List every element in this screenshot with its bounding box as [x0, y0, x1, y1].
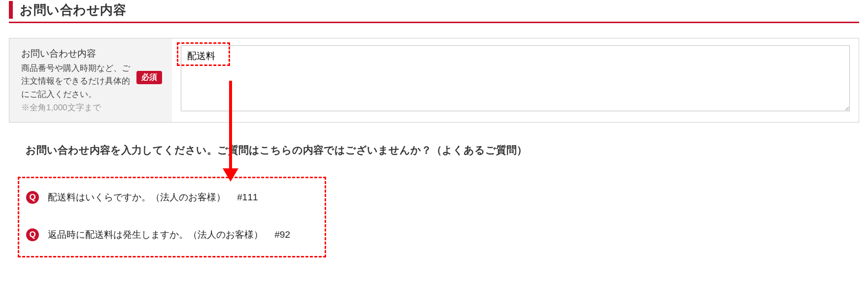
inquiry-label-cell: お問い合わせ内容 商品番号や購入時期など、ご注文情報をできるだけ具体的にご記入く…	[9, 38, 172, 122]
faq-item[interactable]: Q 配送料はいくらですか。（法人のお客様） #111	[25, 187, 319, 208]
required-badge: 必須	[136, 71, 162, 84]
faq-item-tag: #111	[237, 192, 258, 202]
q-icon: Q	[26, 191, 39, 204]
faq-item-text: 配送料はいくらですか。（法人のお客様）	[48, 192, 226, 202]
accent-bar	[9, 1, 13, 19]
section-header: お問い合わせ内容	[9, 1, 859, 23]
field-label-title: お問い合わせ内容	[21, 47, 133, 60]
faq-prompt-text: お問い合わせ内容を入力してください。ご質問はこちらの内容ではございませんか？（よ…	[26, 143, 859, 157]
section-title: お問い合わせ内容	[20, 1, 126, 19]
field-label-desc: 商品番号や購入時期など、ご注文情報をできるだけ具体的にご記入ください。	[21, 62, 133, 101]
faq-item-text: 返品時に配送料は発生しますか。（法人のお客様）	[48, 229, 263, 240]
q-icon: Q	[26, 228, 39, 241]
inquiry-form-row: お問い合わせ内容 商品番号や購入時期など、ご注文情報をできるだけ具体的にご記入く…	[9, 38, 859, 123]
faq-item-tag: #92	[274, 229, 290, 240]
faq-item[interactable]: Q 返品時に配送料は発生しますか。（法人のお客様） #92	[25, 224, 319, 245]
inquiry-input-cell	[172, 38, 859, 122]
field-label-note: ※全角1,000文字まで	[21, 102, 133, 113]
faq-suggestions-box: Q 配送料はいくらですか。（法人のお客様） #111 Q 返品時に配送料は発生し…	[18, 177, 326, 257]
inquiry-textarea[interactable]	[181, 45, 850, 111]
